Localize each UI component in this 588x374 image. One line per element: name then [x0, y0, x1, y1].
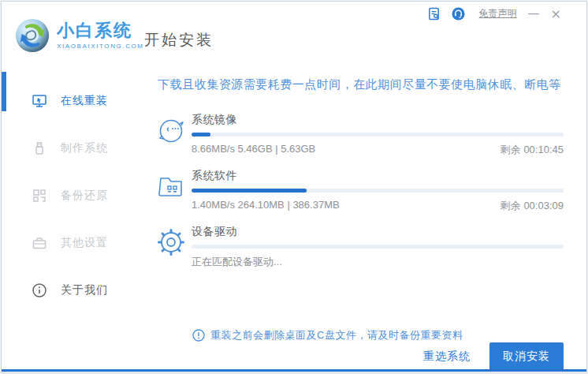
brand-name: 小白系统 [57, 21, 144, 40]
software-folder-icon [155, 170, 187, 202]
logo-sphere-icon [14, 17, 50, 54]
backup-grid-icon [32, 188, 47, 204]
sidebar-item-other-settings[interactable]: 其他设置 [2, 219, 143, 267]
progress-bar [192, 245, 564, 249]
sidebar-item-label: 在线重装 [61, 94, 108, 108]
main-content: 下载且收集资源需要耗费一点时间，在此期间尽量不要使电脑休眠、断电等 系统镜像 [143, 69, 586, 372]
monitor-reinstall-icon [32, 93, 47, 109]
usb-drive-icon [32, 140, 47, 156]
body: 在线重装 制作系统 备份还原 [2, 69, 586, 372]
download-warning-text: 下载且收集资源需要耗费一点时间，在此期间尽量不要使电脑休眠、断电等 [155, 77, 564, 92]
customer-service-icon[interactable] [452, 7, 465, 21]
window-bottom-progress-accent [2, 369, 586, 372]
window-controls: 免责声明 — × [416, 7, 561, 21]
progress-fill [192, 133, 210, 137]
task-row-system-image: 系统镜像 8.66MB/s 5.46GB | 5.63GB 剩余 00:10:4… [155, 113, 564, 157]
close-button[interactable]: × [551, 8, 561, 20]
task-row-device-driver: 设备驱动 正在匹配设备驱动... [155, 225, 564, 269]
sidebar: 在线重装 制作系统 备份还原 [2, 69, 143, 372]
sidebar-item-label: 制作系统 [61, 141, 108, 155]
sidebar-item-make-system[interactable]: 制作系统 [2, 125, 143, 172]
task-remaining-time: 剩余 00:10:45 [501, 143, 564, 157]
app-logo: 小白系统 XIAOBAIXITONG.COM [14, 17, 144, 54]
task-title: 系统软件 [192, 169, 564, 183]
installer-window: 小白系统 XIAOBAIXITONG.COM 开始安装 免责声明 — [1, 1, 587, 373]
progress-fill [192, 189, 307, 193]
task-title: 系统镜像 [192, 113, 564, 127]
backup-note-text: 重装之前会删除桌面及C盘文件，请及时备份重要资料 [210, 328, 463, 342]
task-title: 设备驱动 [192, 225, 564, 239]
brand-subtitle: XIAOBAIXITONG.COM [57, 43, 144, 50]
task-speed-stats: 8.66MB/s 5.46GB | 5.63GB [192, 143, 315, 157]
sidebar-item-about-us[interactable]: 关于我们 [2, 267, 143, 314]
active-item-indicator [2, 72, 6, 111]
log-document-icon[interactable] [427, 7, 441, 21]
task-list: 系统镜像 8.66MB/s 5.46GB | 5.63GB 剩余 00:10:4… [155, 113, 564, 281]
progress-bar [192, 133, 564, 137]
task-row-system-software: 系统软件 1.40MB/s 264.10MB | 386.37MB 剩余 00:… [155, 169, 564, 213]
task-remaining-time: 剩余 00:03:09 [501, 199, 564, 213]
info-circle-icon [32, 282, 47, 298]
gear-icon [155, 226, 187, 258]
minimize-button[interactable]: — [528, 8, 540, 20]
toolbox-icon [32, 235, 47, 251]
footer-actions: 重选系统 取消安装 [155, 342, 564, 371]
mascot-face-icon [155, 114, 187, 146]
disclaimer-link[interactable]: 免责声明 [479, 7, 517, 21]
sidebar-item-label: 备份还原 [61, 189, 108, 203]
sidebar-item-label: 关于我们 [61, 283, 108, 297]
header: 小白系统 XIAOBAIXITONG.COM 开始安装 免责声明 — [2, 2, 586, 69]
sidebar-item-backup-restore[interactable]: 备份还原 [2, 172, 143, 219]
task-speed-stats: 1.40MB/s 264.10MB | 386.37MB [192, 199, 340, 213]
brand-text: 小白系统 XIAOBAIXITONG.COM [57, 21, 144, 50]
sidebar-item-online-reinstall[interactable]: 在线重装 [2, 77, 143, 125]
backup-note: 重装之前会删除桌面及C盘文件，请及时备份重要资料 [192, 328, 564, 342]
reselect-system-link[interactable]: 重选系统 [423, 350, 471, 364]
page-title: 开始安装 [144, 30, 214, 50]
task-status-text: 正在匹配设备驱动... [192, 255, 282, 269]
sidebar-item-label: 其他设置 [61, 236, 108, 250]
alert-circle-icon [192, 329, 205, 342]
progress-bar [192, 189, 564, 193]
cancel-install-button[interactable]: 取消安装 [489, 342, 564, 371]
